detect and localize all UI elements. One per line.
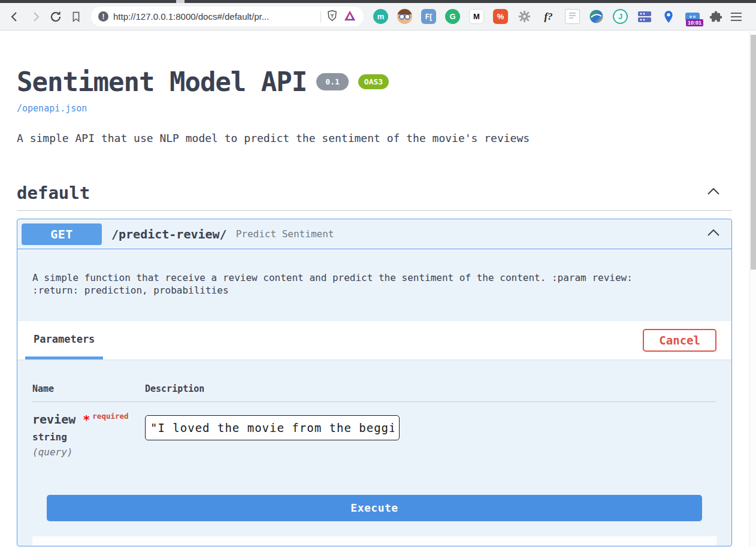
parameter-name: review xyxy=(32,412,75,427)
address-bar-divider xyxy=(320,11,321,23)
api-title-row: Sentiment Model API 0.1 OAS3 xyxy=(17,31,732,97)
download-manager-globe-icon[interactable] xyxy=(589,9,604,24)
active-tab-notch xyxy=(176,0,185,3)
operation-summary: Predict Sentiment xyxy=(236,228,334,240)
back-icon[interactable] xyxy=(6,8,24,26)
tag-section-header[interactable]: default xyxy=(17,183,732,203)
operation-summary-row[interactable]: GET /predict-review/ Predict Sentiment xyxy=(17,219,731,249)
browser-menu-icon[interactable] xyxy=(731,13,742,21)
section-divider xyxy=(17,210,732,211)
review-input[interactable] xyxy=(145,415,400,440)
method-get-button[interactable]: GET xyxy=(22,223,102,245)
parameter-value-cell xyxy=(145,412,400,458)
document-extension-icon[interactable] xyxy=(565,9,580,24)
blue-f-bracket-extension-icon[interactable]: F[ xyxy=(421,9,436,24)
column-header-name: Name xyxy=(32,383,145,394)
window-tab-strip xyxy=(0,0,756,3)
green-g-extension-icon[interactable]: G xyxy=(445,9,460,24)
tab-parameters[interactable]: Parameters xyxy=(25,321,103,359)
operation-description-line: :return: prediction, probabilities xyxy=(32,284,716,297)
gear-icon[interactable] xyxy=(517,9,532,24)
operation-path: /predict-review/ xyxy=(111,227,227,241)
whatfont-extension-icon[interactable]: f? xyxy=(541,9,556,24)
version-badge: 0.1 xyxy=(316,73,348,90)
parameters-table-head: Name Description xyxy=(32,383,716,394)
section-collapse-chevron-icon[interactable] xyxy=(706,186,721,200)
timer-badge: 10:01 xyxy=(686,19,703,26)
orange-slash-extension-icon[interactable]: % xyxy=(493,9,508,24)
parameter-row-review: review *required string (query) xyxy=(32,402,716,458)
site-info-icon[interactable]: ! xyxy=(98,11,108,22)
address-bar[interactable]: ! http://127.0.0.1:8000/docs#/default/pr… xyxy=(91,7,364,26)
execute-button[interactable]: Execute xyxy=(47,495,702,521)
url-text[interactable]: http://127.0.0.1:8000/docs#/default/pr..… xyxy=(113,11,316,22)
server-stack-extension-icon[interactable] xyxy=(637,9,652,24)
required-label: required xyxy=(92,412,128,421)
teal-j-extension-icon[interactable]: J xyxy=(613,9,628,24)
required-asterisk: * xyxy=(83,412,90,427)
tag-section-title: default xyxy=(17,183,90,203)
api-description: A simple API that use NLP model to predi… xyxy=(17,132,732,144)
extensions-row: m F[ G M % f? J xyxy=(373,9,724,24)
puzzle-extensions-icon[interactable] xyxy=(709,9,724,24)
opblock-get-predict-review: GET /predict-review/ Predict Sentiment A… xyxy=(17,219,732,546)
operation-description: A simple function that receive a review … xyxy=(17,249,731,321)
teal-m-extension-icon[interactable]: m xyxy=(373,9,388,24)
scrollbar-track[interactable] xyxy=(749,31,756,547)
swagger-page: Sentiment Model API 0.1 OAS3 /openapi.js… xyxy=(0,31,756,547)
cancel-button[interactable]: Cancel xyxy=(643,329,716,352)
operation-description-line: A simple function that receive a review … xyxy=(32,271,716,284)
openapi-spec-link[interactable]: /openapi.json xyxy=(17,103,87,114)
avatar-glasses-extension-icon[interactable] xyxy=(397,9,412,24)
reload-icon[interactable] xyxy=(47,8,65,26)
parameter-type: string xyxy=(32,431,145,443)
page-title: Sentiment Model API xyxy=(17,67,307,97)
browser-toolbar: ! http://127.0.0.1:8000/docs#/default/pr… xyxy=(0,3,756,31)
blue-pin-extension-icon[interactable] xyxy=(661,9,676,24)
operation-collapse-chevron-icon[interactable] xyxy=(706,228,721,240)
rewards-triangle-icon[interactable] xyxy=(343,10,356,24)
column-header-description: Description xyxy=(145,383,204,394)
parameter-name-cell: review *required string (query) xyxy=(32,412,145,458)
bookmark-icon[interactable] xyxy=(67,8,85,26)
timer-extension-icon[interactable]: 10:01 xyxy=(685,9,700,24)
brave-shield-icon[interactable] xyxy=(326,9,338,25)
execute-wrapper: Execute xyxy=(32,495,716,521)
forward-icon[interactable] xyxy=(26,8,44,26)
parameter-location: (query) xyxy=(32,446,145,458)
dark-m-extension-icon[interactable]: M xyxy=(469,9,484,24)
oas3-badge: OAS3 xyxy=(358,74,389,89)
parameters-table: Name Description review *required string… xyxy=(17,359,731,546)
scrollbar-thumb[interactable] xyxy=(751,35,756,270)
parameters-section-header: Parameters Cancel xyxy=(17,321,731,359)
responses-section-start xyxy=(32,536,716,546)
